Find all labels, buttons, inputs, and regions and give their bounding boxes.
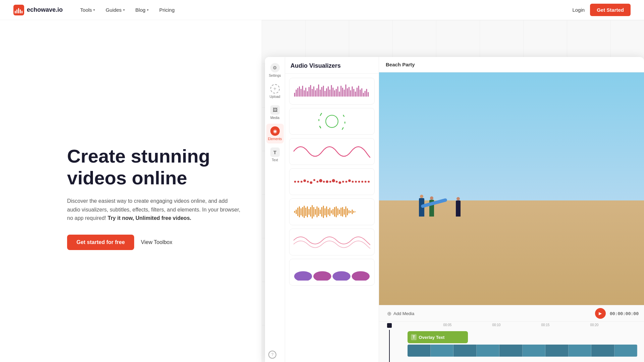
preview-video	[379, 72, 644, 305]
svg-rect-95	[299, 206, 300, 217]
svg-rect-40	[348, 87, 350, 97]
svg-point-82	[339, 181, 341, 184]
timeline-playhead	[389, 330, 390, 362]
svg-rect-118	[336, 206, 337, 217]
svg-rect-57	[320, 113, 322, 116]
svg-rect-22	[320, 89, 321, 97]
svg-rect-49	[363, 93, 364, 97]
svg-rect-1	[15, 11, 16, 13]
visualizer-card-4[interactable]	[289, 168, 375, 195]
login-button[interactable]: Login	[572, 7, 585, 13]
chevron-down-icon: ▾	[147, 8, 149, 12]
svg-point-90	[365, 181, 367, 183]
svg-rect-62	[344, 122, 345, 124]
add-media-button[interactable]: ⊕ Add Media	[384, 309, 417, 318]
viz-orange-icon	[293, 203, 370, 220]
svg-rect-28	[329, 89, 330, 97]
overlay-text-block[interactable]: T Overlay Text	[408, 331, 468, 343]
viz-bumps-icon	[293, 264, 370, 281]
svg-point-77	[323, 181, 325, 183]
svg-rect-18	[313, 86, 314, 97]
svg-rect-114	[329, 208, 330, 216]
svg-rect-94	[297, 208, 298, 216]
svg-rect-127	[350, 211, 351, 213]
nav-guides[interactable]: Guides ▾	[102, 5, 129, 15]
svg-rect-45	[357, 88, 358, 97]
overlay-text-track: T Overlay Text	[389, 331, 644, 343]
svg-rect-37	[344, 89, 345, 97]
svg-rect-128	[352, 209, 353, 214]
svg-rect-129	[353, 211, 354, 213]
visualizer-card-3[interactable]	[289, 138, 375, 165]
svg-rect-27	[328, 86, 329, 97]
timeline: ⊕ Add Media ▶ 00:00:00:00 00:05 00:10	[379, 305, 644, 362]
svg-rect-52	[368, 92, 369, 97]
timeline-counter: 00:00:00:00	[610, 311, 639, 316]
svg-rect-14	[307, 91, 308, 97]
visualizer-card-7[interactable]	[289, 259, 375, 286]
svg-point-75	[317, 181, 319, 183]
filmstrip-segment	[614, 345, 638, 357]
svg-rect-61	[343, 115, 344, 117]
filmstrip-segment	[545, 345, 569, 357]
sidebar-item-upload[interactable]: + Upload	[266, 81, 284, 101]
svg-rect-51	[366, 89, 367, 97]
svg-rect-21	[318, 84, 319, 97]
sidebar-item-media[interactable]: 🖼 Media	[266, 103, 284, 122]
svg-point-80	[332, 179, 335, 182]
visualizer-card-2[interactable]	[289, 108, 375, 135]
svg-rect-20	[317, 88, 318, 97]
play-button[interactable]: ▶	[595, 308, 606, 319]
svg-rect-126	[348, 210, 350, 214]
help-button[interactable]: ?	[268, 351, 276, 359]
get-started-free-button[interactable]: Get started for free	[67, 235, 134, 250]
beach-scene	[379, 72, 644, 305]
sidebar-item-elements[interactable]: ◉ Elements	[266, 124, 284, 143]
svg-rect-46	[358, 86, 359, 97]
svg-point-81	[336, 181, 338, 183]
svg-rect-115	[331, 210, 332, 214]
svg-rect-96	[301, 208, 302, 216]
svg-rect-56	[319, 119, 320, 121]
sidebar-item-settings[interactable]: ⚙ Settings	[266, 60, 284, 80]
viz-sine-icon	[293, 143, 370, 160]
filmstrip-segment	[591, 345, 614, 357]
plus-circle-icon: ⊕	[387, 310, 391, 317]
svg-rect-26	[326, 88, 327, 97]
svg-rect-6	[294, 93, 295, 97]
svg-rect-12	[304, 90, 305, 97]
timeline-content: T Overlay Text	[379, 330, 644, 362]
preview-title: Beach Party	[379, 57, 644, 72]
svg-point-72	[307, 181, 309, 183]
svg-point-89	[361, 181, 363, 183]
sidebar: ⚙ Settings + Upload 🖼 Media ◉ Elements T	[265, 57, 285, 362]
visualizer-card-5[interactable]	[289, 198, 375, 225]
svg-point-85	[348, 179, 351, 182]
nav-pricing[interactable]: Pricing	[155, 5, 179, 15]
logo[interactable]: echowave.io	[13, 5, 63, 15]
media-icon: 🖼	[270, 105, 280, 115]
svg-rect-41	[350, 90, 351, 97]
nav-blog[interactable]: Blog ▾	[131, 5, 153, 15]
sidebar-item-text[interactable]: T Text	[266, 145, 284, 165]
svg-point-73	[310, 181, 313, 184]
svg-point-133	[332, 271, 350, 281]
view-toolbox-button[interactable]: View Toolbox	[141, 239, 172, 245]
video-filmstrip	[408, 345, 637, 357]
filmstrip-segment	[453, 345, 477, 357]
video-track	[389, 345, 644, 357]
svg-rect-104	[313, 207, 314, 217]
filmstrip-segment	[477, 345, 500, 357]
svg-rect-125	[347, 208, 348, 216]
visualizer-card-6[interactable]	[289, 229, 375, 255]
hero-buttons: Get started for free View Toolbox	[67, 235, 241, 250]
visualizer-card-1[interactable]	[289, 78, 375, 105]
svg-rect-123	[344, 209, 345, 215]
navbar: echowave.io Tools ▾ Guides ▾ Blog ▾ Pric…	[0, 0, 644, 20]
svg-rect-11	[302, 86, 303, 97]
svg-point-78	[326, 180, 328, 183]
get-started-button[interactable]: Get Started	[590, 4, 631, 16]
svg-rect-120	[339, 209, 340, 214]
nav-tools[interactable]: Tools ▾	[76, 5, 99, 15]
panel-scroll[interactable]	[285, 74, 379, 362]
